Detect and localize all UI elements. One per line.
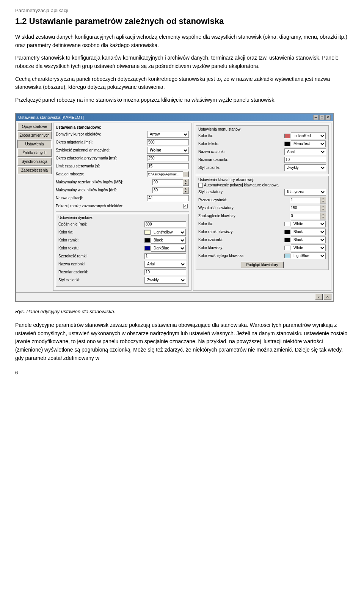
dialog-titlebar: Ustawienia stanowiska [KAMELOT] ─ □ ✕: [16, 114, 333, 121]
select-czcionka-dymku[interactable]: Arial: [144, 261, 186, 268]
spin-up-max-wiek[interactable]: ▲: [183, 187, 188, 190]
spin-down-wysokosc[interactable]: ▼: [320, 208, 326, 211]
color-swatch-tekstu-dymku: [144, 246, 151, 251]
select-kolor-tekstu-menu[interactable]: MenuText: [291, 140, 326, 147]
form-row-styl-klawiatury: Styl klawiatury: Klasyczna: [198, 189, 326, 196]
spin-down-max-rozmiar[interactable]: ▼: [183, 182, 188, 185]
select-styl-klawiatury[interactable]: Klasyczna: [284, 189, 326, 196]
input-limit[interactable]: [147, 163, 189, 169]
spin-up-przezroczystosc[interactable]: ▲: [320, 197, 326, 200]
label-szerokosc-ramki: Szerokość ramki:: [58, 254, 144, 258]
browse-button[interactable]: ...: [183, 171, 189, 177]
spin-zaokraglenie: ▲ ▼: [290, 213, 326, 219]
label-migotanie: Okres migotania [ms]:: [56, 140, 147, 144]
color-select-ramki-dymku: Black: [144, 237, 186, 244]
form-row-cursor: Domyślny kursor obiektów: Arrow: [56, 131, 189, 138]
footer-btn-1[interactable]: ✓: [315, 294, 323, 300]
minimize-button[interactable]: ─: [313, 115, 318, 120]
spin-up-wysokosc[interactable]: ▲: [320, 205, 326, 208]
form-row-czcionka-menu: Nazwa czcionki: Arial: [198, 148, 326, 155]
checkbox-auto-keyboard[interactable]: [198, 183, 203, 188]
form-row-kolor-ramki-klawiszy: Kolor ramki klawiszy: Black: [198, 229, 326, 235]
form-row-nazwa-app: Nazwa aplikacji:: [56, 195, 189, 202]
dialog-body: Opcje startowe Źródła zmiennych Ustawien…: [16, 121, 333, 292]
select-kolor-ramki-dymku[interactable]: Black: [151, 237, 186, 244]
form-row-kolor-tla-dymku: Kolor tła: LightYellow: [58, 229, 186, 236]
input-szerokosc-ramki[interactable]: [144, 253, 186, 259]
preview-keyboard-button[interactable]: Podgląd klawiatury: [241, 262, 284, 268]
label-kolor-czcionki-klawiszy: Kolor czcionki:: [198, 238, 284, 242]
color-select-czcionki-klawiszy: Black: [284, 237, 326, 243]
select-kolor-tla-dymku[interactable]: LightYellow: [151, 229, 186, 236]
input-rozmiar-czcionki-menu[interactable]: [284, 157, 326, 163]
spin-down-przezroczystosc[interactable]: ▼: [320, 200, 326, 203]
label-zdarzenie: Okres zdarzenia przytrzymania [ms]:: [56, 156, 147, 160]
input-max-wiek[interactable]: [152, 187, 183, 193]
input-migotanie[interactable]: [147, 139, 189, 145]
select-styl-czcionki-dymku[interactable]: Zwykły: [144, 277, 186, 284]
titlebar-buttons: ─ □ ✕: [313, 115, 331, 120]
color-select-klawiszy: White: [284, 244, 326, 251]
dymkow-section: Ustawienia dymków: Opóźnienie [ms]: Kolo…: [56, 214, 189, 287]
preview-keyboard-wrap: Podgląd klawiatury: [198, 262, 326, 268]
sidebar-item-zabezpieczenia[interactable]: Zabezpieczenia: [17, 166, 52, 174]
label-kolor-tla-menu: Kolor tła:: [198, 134, 284, 138]
input-zdarzenie[interactable]: [147, 155, 189, 161]
spin-wysokosc: ▲ ▼: [290, 205, 326, 211]
label-styl-czcionki-dymku: Styl czcionki:: [58, 278, 144, 282]
select-szybkosc[interactable]: Wolno: [147, 147, 189, 154]
label-kolor-tekstu-dymku: Kolor tekstu:: [58, 246, 144, 250]
form-row-katalog: Katalog roboczy: ...: [56, 171, 189, 178]
figure-caption: Rys. Panel edycyjny ustawień dla stanowi…: [15, 309, 349, 314]
sidebar-item-zrodla-zmiennych[interactable]: Źródła zmiennych: [17, 131, 52, 139]
footer-btn-2[interactable]: ✕: [324, 294, 331, 300]
paragraph-3: Cechą charakterystyczną paneli roboczych…: [15, 75, 349, 91]
sidebar-item-ustawienia[interactable]: Ustawienia: [17, 140, 52, 148]
select-styl-czcionki-menu[interactable]: Zwykły: [284, 164, 326, 171]
input-katalog[interactable]: [147, 171, 183, 177]
select-kolor-ramki-klawiszy[interactable]: Black: [291, 229, 326, 235]
form-row-szerokosc-ramki: Szerokość ramki:: [58, 253, 186, 260]
spin-down-max-wiek[interactable]: ▼: [183, 190, 188, 193]
label-rozmiar-czcionki-dymku: Rozmiar czcionki:: [58, 270, 144, 274]
select-czcionka-menu[interactable]: Arial: [284, 148, 326, 155]
form-row-czcionka-dymku: Nazwa czcionki: Arial: [58, 261, 186, 268]
sidebar-item-zrodla-danych[interactable]: Źródła danych: [17, 149, 52, 157]
checkbox-ramka[interactable]: ✓: [183, 204, 188, 208]
input-przezroczystosc[interactable]: [290, 197, 320, 203]
input-zaokraglenie[interactable]: [290, 213, 320, 219]
label-zaokraglenie: Zaokrąglenie klawiszy:: [198, 214, 290, 218]
sidebar-item-opcje-startowe[interactable]: Opcje startowe: [17, 123, 52, 131]
input-rozmiar-czcionki-dymku[interactable]: [144, 269, 186, 275]
form-row-kolor-tla-menu: Kolor tła: IndianRed: [198, 132, 326, 139]
select-kolor-klawiszy[interactable]: White: [291, 244, 326, 251]
select-kolor-tekstu-dymku[interactable]: DarkBlue: [151, 245, 186, 252]
label-styl-czcionki-menu: Styl czcionki:: [198, 166, 284, 170]
spin-down-zaokraglenie[interactable]: ▼: [320, 216, 326, 219]
select-kolor-tla-klawiatury[interactable]: White: [291, 221, 326, 227]
form-row-migotanie: Okres migotania [ms]:: [56, 139, 189, 146]
separator-1: [56, 211, 189, 212]
maximize-button[interactable]: □: [319, 115, 325, 120]
spin-up-max-rozmiar[interactable]: ▲: [183, 179, 188, 182]
color-swatch-tla-klawiatury: [284, 222, 290, 226]
input-opoznienie[interactable]: [144, 221, 186, 227]
section-heading: 1.2 Ustawianie parametrów zależnych od s…: [15, 16, 349, 26]
input-wysokosc[interactable]: [290, 205, 320, 211]
input-max-rozmiar[interactable]: [152, 179, 183, 185]
spin-up-zaokraglenie[interactable]: ▲: [320, 213, 326, 216]
select-kolor-tla-menu[interactable]: IndianRed: [291, 132, 326, 139]
form-row-zaokraglenie: Zaokrąglenie klawiszy: ▲ ▼: [198, 213, 326, 219]
sidebar-item-synchronizacja[interactable]: Synchronizacja: [17, 158, 52, 166]
input-nazwa-app[interactable]: [147, 195, 189, 201]
close-button[interactable]: ✕: [325, 115, 331, 120]
spin-max-rozmiar: ▲ ▼: [152, 179, 189, 186]
select-kolor-wcisnieto[interactable]: LightBlue: [291, 252, 326, 259]
label-kolor-klawiszy: Kolor klawiszy:: [198, 246, 284, 250]
panel-right: Ustawienia menu stanów: Kolor tła: India…: [193, 123, 331, 291]
form-row-kolor-klawiszy: Kolor klawiszy: White: [198, 244, 326, 251]
select-kolor-czcionki-klawiszy[interactable]: Black: [291, 237, 326, 243]
label-przezroczystosc: Przezroczystość:: [198, 198, 290, 202]
select-cursor[interactable]: Arrow: [147, 131, 189, 138]
dialog-title: Ustawienia stanowiska [KAMELOT]: [18, 115, 84, 120]
